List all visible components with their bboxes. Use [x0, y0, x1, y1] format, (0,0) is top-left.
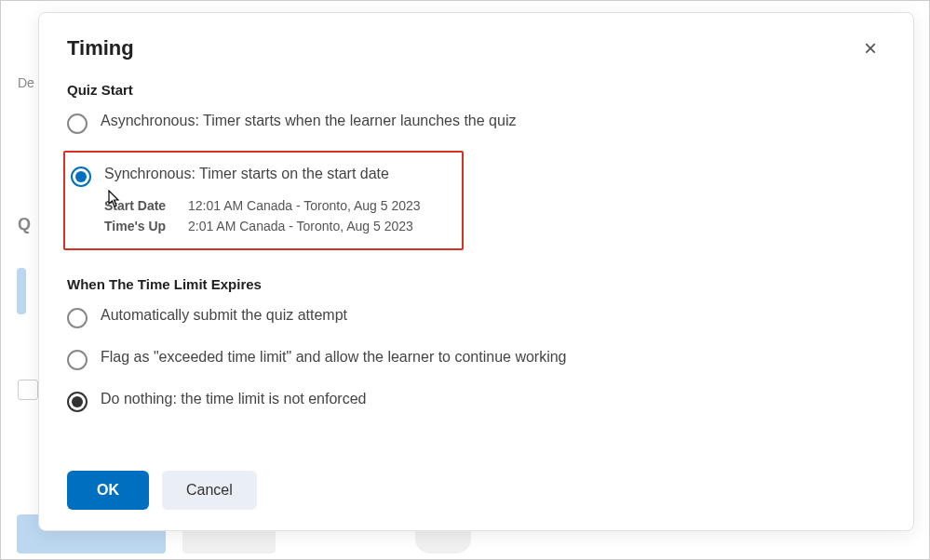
modal-body[interactable]: Quiz Start Asynchronous: Timer starts wh…	[39, 73, 913, 454]
cancel-button[interactable]: Cancel	[162, 471, 257, 510]
timing-modal: Timing × Quiz Start Asynchronous: Timer …	[38, 12, 914, 531]
times-up-row: Time's Up 2:01 AM Canada - Toronto, Aug …	[104, 219, 452, 233]
start-date-row: Start Date 12:01 AM Canada - Toronto, Au…	[104, 198, 452, 213]
radio-async[interactable]	[67, 113, 88, 134]
time-limit-section-label: When The Time Limit Expires	[67, 276, 885, 292]
times-up-label: Time's Up	[104, 219, 188, 233]
body-spacer	[67, 429, 885, 454]
radio-auto-submit-label: Automatically submit the quiz attempt	[101, 307, 347, 324]
times-up-value: 2:01 AM Canada - Toronto, Aug 5 2023	[188, 219, 413, 233]
radio-sync-label: Synchronous: Timer starts on the start d…	[104, 166, 389, 182]
radio-option-flag[interactable]: Flag as "exceeded time limit" and allow …	[67, 345, 885, 374]
close-icon: ×	[864, 35, 877, 60]
radio-sync[interactable]	[71, 167, 91, 187]
sync-details: Start Date 12:01 AM Canada - Toronto, Au…	[104, 198, 452, 233]
bg-q-icon: Q	[18, 215, 31, 234]
ok-button[interactable]: OK	[67, 471, 149, 510]
bg-label: De	[18, 75, 34, 90]
radio-do-nothing[interactable]	[67, 392, 88, 412]
synchronous-highlight-box: Synchronous: Timer starts on the start d…	[63, 151, 464, 250]
quiz-start-section-label: Quiz Start	[67, 82, 885, 98]
radio-flag-label: Flag as "exceeded time limit" and allow …	[101, 349, 567, 366]
start-date-label: Start Date	[104, 198, 188, 213]
start-date-value: 12:01 AM Canada - Toronto, Aug 5 2023	[188, 198, 421, 213]
close-button[interactable]: ×	[856, 33, 885, 63]
radio-option-do-nothing[interactable]: Do nothing: the time limit is not enforc…	[67, 387, 885, 416]
modal-header: Timing ×	[39, 13, 913, 73]
radio-async-label: Asynchronous: Timer starts when the lear…	[101, 113, 516, 129]
radio-option-synchronous[interactable]: Synchronous: Timer starts on the start d…	[67, 162, 452, 191]
radio-do-nothing-label: Do nothing: the time limit is not enforc…	[101, 391, 366, 407]
modal-title: Timing	[67, 36, 134, 60]
modal-footer: OK Cancel	[39, 454, 913, 530]
radio-option-asynchronous[interactable]: Asynchronous: Timer starts when the lear…	[67, 109, 885, 138]
radio-auto-submit[interactable]	[67, 308, 88, 328]
radio-option-auto-submit[interactable]: Automatically submit the quiz attempt	[67, 303, 885, 332]
bg-checkbox	[18, 380, 38, 400]
bg-accent-bar	[17, 268, 26, 314]
radio-flag[interactable]	[67, 350, 88, 370]
